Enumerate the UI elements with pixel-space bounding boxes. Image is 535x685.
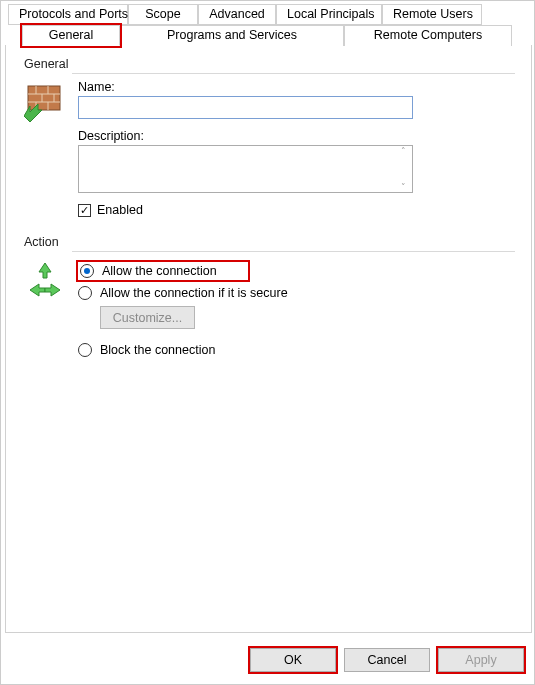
tab-general[interactable]: General <box>22 25 120 46</box>
scroll-down-icon[interactable]: ˅ <box>395 182 412 192</box>
tab-remote-computers[interactable]: Remote Computers <box>344 25 512 46</box>
tab-advanced[interactable]: Advanced <box>198 4 276 25</box>
radio-block[interactable] <box>78 343 92 357</box>
tab-programs-and-services[interactable]: Programs and Services <box>120 25 344 46</box>
customize-button: Customize... <box>100 306 195 329</box>
textarea-scroll[interactable]: ˄ ˅ <box>395 146 412 192</box>
tabs-area: Protocols and Ports Scope Advanced Local… <box>4 4 531 634</box>
cancel-button[interactable]: Cancel <box>344 648 430 672</box>
recycle-icon <box>24 256 78 363</box>
enabled-label: Enabled <box>97 203 143 217</box>
radio-allow-secure[interactable] <box>78 286 92 300</box>
group-action: Action Allow the connection <box>22 235 515 367</box>
tab-row-back: Protocols and Ports Scope Advanced Local… <box>4 4 531 25</box>
radio-block-label: Block the connection <box>100 343 215 357</box>
radio-allow-secure-label: Allow the connection if it is secure <box>100 286 288 300</box>
radio-allow[interactable] <box>80 264 94 278</box>
firewall-icon <box>24 78 78 217</box>
apply-button: Apply <box>438 648 524 672</box>
tab-row-front: General Programs and Services Remote Com… <box>4 25 531 46</box>
ok-button[interactable]: OK <box>250 648 336 672</box>
description-input[interactable] <box>78 145 413 193</box>
name-label: Name: <box>78 80 513 94</box>
properties-dialog: Protocols and Ports Scope Advanced Local… <box>0 0 535 685</box>
tab-local-principals[interactable]: Local Principals <box>276 4 382 25</box>
group-label-general: General <box>22 57 515 71</box>
svg-rect-0 <box>28 86 60 110</box>
group-label-action: Action <box>22 235 515 249</box>
tab-protocols-and-ports[interactable]: Protocols and Ports <box>8 4 128 25</box>
tab-panel-general: General <box>5 45 532 633</box>
button-bar: OK Cancel Apply <box>250 648 524 672</box>
group-general: General <box>22 57 515 221</box>
tab-scope[interactable]: Scope <box>128 4 198 25</box>
description-label: Description: <box>78 129 513 143</box>
radio-allow-label: Allow the connection <box>102 264 217 278</box>
scroll-up-icon[interactable]: ˄ <box>395 146 412 156</box>
tab-remote-users[interactable]: Remote Users <box>382 4 482 25</box>
enabled-checkbox[interactable]: ✓ <box>78 204 91 217</box>
name-input[interactable] <box>78 96 413 119</box>
